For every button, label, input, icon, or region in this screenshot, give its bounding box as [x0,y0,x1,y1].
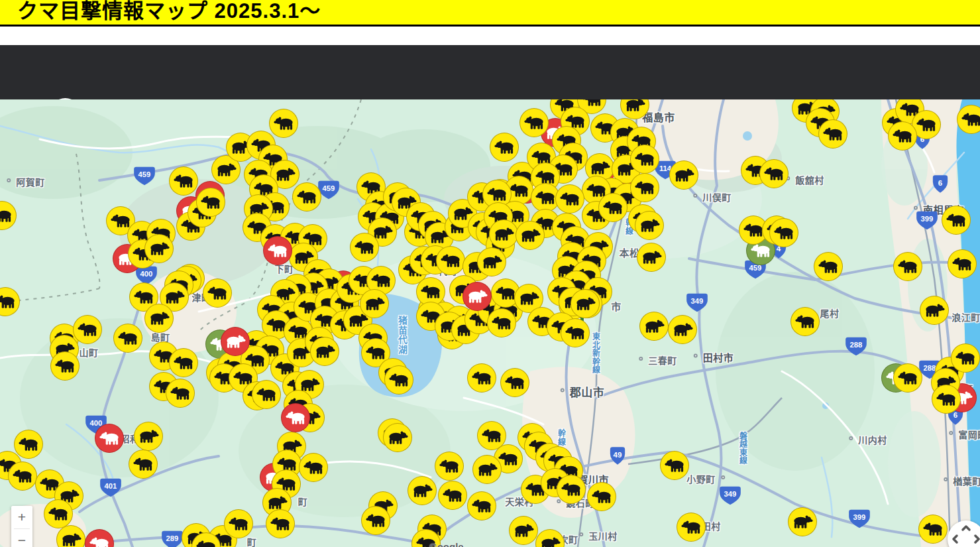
bear-marker-yellow[interactable] [435,452,464,481]
bear-marker-yellow[interactable] [769,218,798,247]
bear-marker-yellow[interactable] [266,509,295,538]
bear-icon [498,452,519,466]
bear-icon [795,314,816,329]
bear-marker-yellow[interactable] [893,363,922,393]
bear-marker-yellow[interactable] [467,363,496,393]
bear-icon [0,208,13,223]
bear-marker-yellow[interactable] [436,246,465,275]
bear-marker-yellow[interactable] [224,509,253,538]
bear-icon [492,316,512,330]
bear-marker-yellow[interactable] [920,296,949,325]
bear-marker-yellow[interactable] [73,315,102,344]
bear-marker-yellow[interactable] [196,188,225,217]
bear-marker-yellow[interactable] [292,182,321,212]
bear-marker-yellow[interactable] [660,451,689,480]
bear-marker-red[interactable] [281,403,310,432]
bear-marker-yellow[interactable] [893,252,922,281]
bear-marker-yellow[interactable] [310,337,339,366]
bear-marker-yellow[interactable] [477,247,506,276]
bear-marker-yellow[interactable] [519,108,549,137]
bear-icon [923,522,944,536]
bear-marker-yellow[interactable] [169,166,198,196]
bear-marker-yellow[interactable] [557,475,586,504]
zoom-in-button[interactable]: + [11,506,32,528]
bear-marker-yellow[interactable] [888,121,917,151]
bear-icon [625,99,645,112]
bear-icon [364,296,385,311]
bear-marker-red[interactable] [463,282,492,311]
bear-marker-yellow[interactable] [472,455,502,484]
bear-marker-yellow[interactable] [509,516,538,545]
bear-marker-yellow[interactable] [942,206,971,235]
bear-marker-yellow[interactable] [361,506,390,535]
bear-marker-red[interactable] [95,424,124,453]
bear-icon [535,170,556,184]
bear-marker-yellow[interactable] [166,379,195,408]
bear-marker-yellow[interactable] [788,507,817,536]
bear-marker-yellow[interactable] [489,219,518,249]
bear-marker-yellow[interactable] [134,422,163,451]
bear-marker-red[interactable] [263,236,292,265]
bear-marker-yellow[interactable] [129,450,158,479]
bear-marker-yellow[interactable] [252,380,281,409]
bear-marker-yellow[interactable] [951,343,980,373]
bear-icon [149,311,170,326]
bear-icon [509,183,529,198]
pan-control[interactable] [948,520,980,547]
bear-marker-yellow[interactable] [630,173,659,202]
bear-marker-yellow[interactable] [500,368,529,397]
bear-marker-yellow[interactable] [932,385,961,414]
bear-icon [388,430,408,445]
zoom-out-button[interactable]: − [11,529,32,547]
bear-marker-yellow[interactable] [948,249,977,278]
bear-marker-yellow[interactable] [555,184,584,213]
bear-marker-yellow[interactable] [516,221,545,250]
bear-marker-yellow[interactable] [360,289,389,318]
bear-marker-yellow[interactable] [144,234,174,263]
bear-marker-yellow[interactable] [598,193,627,222]
bear-icon [635,180,655,195]
map-viewport[interactable]: 阿賀町福島市川俣町飯舘村南相馬市浪江町尾村田村市三春町郡山市市本松村須賀川市鏡石… [0,99,980,547]
bear-marker-yellow[interactable] [269,109,298,138]
bear-icon [673,322,693,337]
svg-text:400: 400 [140,270,153,278]
bear-marker-yellow[interactable] [639,312,669,341]
bear-marker-yellow[interactable] [350,233,379,262]
bear-icon [118,331,138,345]
bear-icon [751,243,771,258]
route-shield: 401 [99,478,122,498]
bear-marker-yellow[interactable] [790,307,820,336]
bear-marker-yellow[interactable] [203,278,232,308]
bear-marker-yellow[interactable] [438,481,467,510]
bear-marker-yellow[interactable] [561,318,590,347]
bear-marker-yellow[interactable] [918,515,948,544]
bear-marker-red[interactable] [221,327,250,356]
bear-marker-yellow[interactable] [637,243,666,272]
bear-marker-yellow[interactable] [677,513,706,542]
bear-marker-yellow[interactable] [818,119,847,149]
bear-marker-yellow[interactable] [487,308,516,337]
bear-marker-yellow[interactable] [144,304,174,333]
bear-marker-yellow[interactable] [467,491,496,520]
bear-marker-yellow[interactable] [635,211,664,240]
bear-marker-yellow[interactable] [759,159,789,188]
bear-icon [774,225,794,240]
bear-marker-yellow[interactable] [668,315,697,344]
bear-marker-yellow[interactable] [669,160,698,190]
bear-marker-yellow[interactable] [44,499,73,528]
bear-marker-yellow[interactable] [113,324,142,353]
bear-marker-yellow[interactable] [384,365,413,395]
bear-marker-yellow[interactable] [14,430,43,459]
bear-marker-yellow[interactable] [169,348,198,377]
bear-marker-yellow[interactable] [50,351,80,381]
bear-marker-yellow[interactable] [408,476,437,505]
bear-marker-yellow[interactable] [571,289,600,318]
bear-marker-yellow[interactable] [299,453,328,482]
route-shield: 49 [610,446,626,466]
bear-marker-yellow[interactable] [814,252,843,281]
bear-marker-yellow[interactable] [587,482,616,511]
bear-marker-yellow[interactable] [383,423,412,452]
bear-marker-yellow[interactable] [8,461,37,491]
bear-marker-yellow[interactable] [490,133,519,162]
bear-marker-yellow[interactable] [630,145,659,174]
